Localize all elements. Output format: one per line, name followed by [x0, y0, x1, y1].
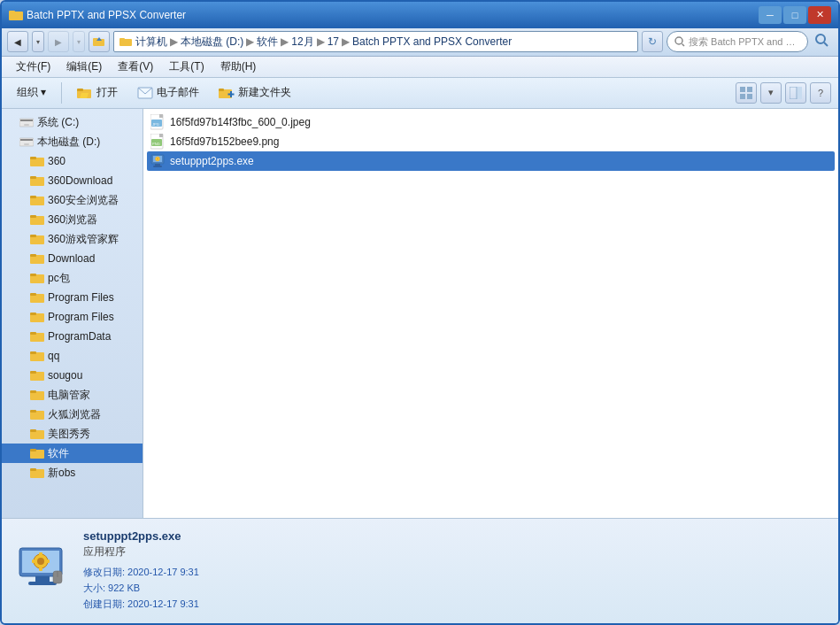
svg-line-10 — [824, 42, 828, 46]
menu-file[interactable]: 文件(F) — [9, 58, 58, 76]
sidebar-label-360game: 360游戏管家辉 — [48, 232, 119, 247]
search-box[interactable]: 搜索 Batch PPTX and PPSX Conver... — [667, 31, 808, 52]
sidebar-item-pc[interactable]: pc包 — [2, 268, 143, 288]
refresh-button[interactable]: ↻ — [642, 31, 663, 52]
file-item-png[interactable]: PNG 16f5fd97b152bee9.png — [147, 132, 835, 151]
menu-help[interactable]: 帮助(H) — [213, 58, 264, 76]
svg-rect-50 — [30, 332, 36, 335]
svg-rect-56 — [30, 390, 36, 393]
back-button[interactable]: ◀ — [7, 31, 28, 52]
sidebar-label-sougou: sougou — [48, 369, 82, 382]
folder-360game-icon — [30, 232, 44, 246]
email-button[interactable]: 电子邮件 — [129, 81, 207, 105]
svg-text:JPG: JPG — [152, 122, 159, 127]
svg-point-9 — [816, 35, 825, 43]
folder-pcmanager-icon — [30, 388, 44, 402]
sidebar-label-pf2: Program Files — [48, 311, 114, 323]
svg-point-80 — [157, 158, 158, 160]
file-item-jpeg[interactable]: JPG 16f5fd97b14f3fbc_600_0.jpeg — [147, 112, 835, 132]
sidebar-item-meitu[interactable]: 美图秀秀 — [2, 424, 143, 444]
sidebar-label-pf1: Program Files — [48, 291, 114, 304]
preview-icon — [16, 544, 69, 598]
folder-pf2-icon — [30, 310, 44, 324]
menu-edit[interactable]: 编辑(E) — [59, 58, 109, 76]
sidebar-item-download[interactable]: Download — [2, 249, 143, 268]
preview-type: 应用程序 — [83, 544, 824, 559]
maximize-button[interactable]: □ — [783, 6, 806, 24]
sidebar[interactable]: 系统 (C:) 本地磁盘 (D:) — [2, 109, 143, 517]
close-button[interactable]: ✕ — [808, 6, 831, 24]
help-button[interactable]: ? — [810, 82, 831, 104]
svg-rect-24 — [798, 87, 802, 99]
drive-c-icon — [19, 115, 34, 129]
sidebar-item-360download[interactable]: 360Download — [2, 171, 143, 190]
svg-rect-78 — [153, 166, 162, 167]
folder-qq-icon — [30, 349, 44, 363]
sidebar-item-software[interactable]: 软件 — [2, 444, 143, 463]
minimize-button[interactable]: ─ — [759, 6, 782, 24]
svg-rect-21 — [740, 94, 745, 99]
sidebar-label-system-c: 系统 (C:) — [37, 115, 79, 130]
path-folder: Batch PPTX and PPSX Converter — [352, 35, 512, 48]
svg-line-8 — [682, 44, 685, 47]
svg-rect-19 — [740, 87, 745, 92]
sidebar-item-program-files-1[interactable]: Program Files — [2, 288, 143, 307]
title-bar: Batch PPTX and PPSX Converter ─ □ ✕ — [2, 2, 838, 28]
sidebar-item-system-c[interactable]: 系统 (C:) — [2, 112, 143, 132]
folder-software-icon — [30, 446, 44, 460]
new-folder-button[interactable]: 新建文件夹 — [211, 81, 299, 105]
menu-view[interactable]: 查看(V) — [111, 58, 160, 76]
view-details-button[interactable] — [736, 82, 757, 104]
svg-rect-88 — [39, 567, 42, 571]
preview-pane-button[interactable] — [785, 82, 806, 104]
view-dropdown-button[interactable]: ▾ — [760, 82, 782, 104]
folder-360secure-icon — [30, 193, 44, 207]
sidebar-item-360browser-secure[interactable]: 360安全浏览器 — [2, 190, 143, 210]
sidebar-item-pc-manager[interactable]: 电脑管家 — [2, 385, 143, 405]
sidebar-item-programdata[interactable]: ProgramData — [2, 327, 143, 346]
window: Batch PPTX and PPSX Converter ─ □ ✕ ◀ ▾ … — [0, 0, 840, 625]
svg-point-86 — [37, 558, 44, 565]
toolbar-separator-1 — [61, 82, 62, 104]
svg-point-7 — [675, 37, 682, 44]
sidebar-item-360game[interactable]: 360游戏管家辉 — [2, 229, 143, 249]
address-bar: ◀ ▾ ▶ ▾ 计算机 ▶ 本地磁盘 (D:) ▶ 软件 ▶ 12月 — [2, 28, 838, 57]
svg-rect-58 — [30, 410, 36, 413]
svg-rect-40 — [30, 235, 36, 237]
sidebar-item-local-disk-d[interactable]: 本地磁盘 (D:) — [2, 132, 143, 151]
sidebar-label-360: 360 — [48, 155, 66, 167]
organize-button[interactable]: 组织 ▾ — [9, 81, 54, 105]
search-button[interactable] — [812, 31, 833, 52]
sidebar-item-program-files-2[interactable]: Program Files — [2, 307, 143, 327]
svg-text:PNG: PNG — [152, 142, 160, 146]
forward-dropdown[interactable]: ▾ — [73, 31, 85, 52]
svg-rect-42 — [30, 254, 36, 257]
forward-button[interactable]: ▶ — [48, 31, 69, 52]
folder-360browser-icon — [30, 212, 44, 227]
file-list[interactable]: JPG 16f5fd97b14f3fbc_600_0.jpeg PNG 16 — [143, 109, 838, 517]
open-button[interactable]: 打开 — [69, 81, 126, 105]
preview-filename: setupppt2pps.exe — [83, 529, 824, 543]
preview-pane-icon — [790, 87, 802, 99]
sidebar-item-firefox[interactable]: 火狐浏览器 — [2, 405, 143, 424]
sidebar-label-firefox: 火狐浏览器 — [48, 407, 101, 422]
address-path[interactable]: 计算机 ▶ 本地磁盘 (D:) ▶ 软件 ▶ 12月 ▶ 17 ▶ Batch … — [113, 31, 638, 52]
svg-rect-46 — [30, 293, 36, 296]
preview-panel: setupppt2pps.exe 应用程序 修改日期: 2020-12-17 9… — [2, 518, 838, 623]
svg-rect-77 — [155, 164, 160, 166]
up-button[interactable] — [89, 31, 110, 52]
file-item-exe[interactable]: setupppt2pps.exe — [147, 151, 835, 171]
folder-pf1-icon — [30, 290, 44, 305]
sidebar-item-360[interactable]: 360 — [2, 151, 143, 171]
email-icon — [137, 86, 153, 100]
svg-rect-89 — [32, 559, 35, 563]
sidebar-item-360browser[interactable]: 360浏览器 — [2, 210, 143, 229]
sidebar-item-qq[interactable]: qq — [2, 346, 143, 366]
back-dropdown[interactable]: ▾ — [32, 31, 44, 52]
sidebar-item-newobs[interactable]: 新obs — [2, 463, 143, 482]
folder-360-icon — [30, 154, 44, 168]
menu-bar: 文件(F) 编辑(E) 查看(V) 工具(T) 帮助(H) — [2, 57, 838, 78]
sidebar-item-sougou[interactable]: sougou — [2, 366, 143, 385]
sidebar-tree: 系统 (C:) 本地磁盘 (D:) — [2, 109, 143, 486]
menu-tools[interactable]: 工具(T) — [162, 58, 211, 76]
